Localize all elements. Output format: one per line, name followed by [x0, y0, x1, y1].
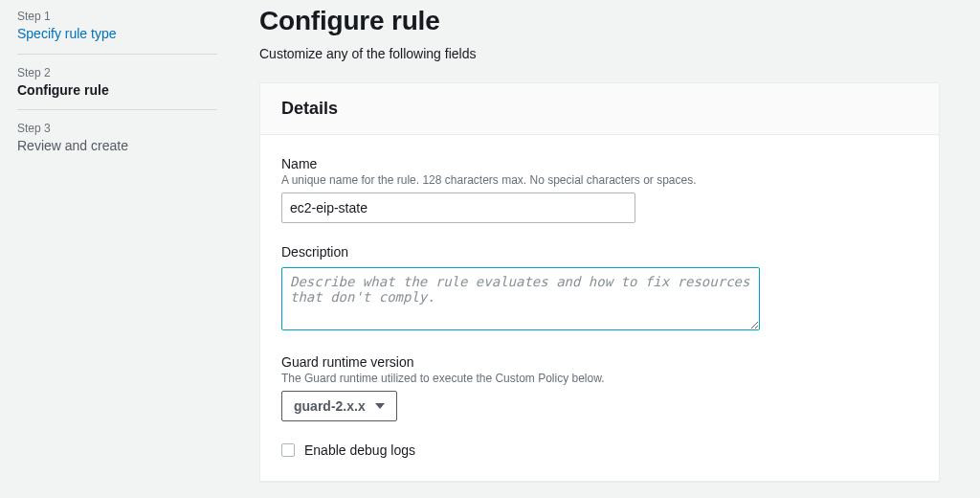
field-runtime: Guard runtime version The Guard runtime … [281, 354, 918, 421]
step-title-configure-rule: Configure rule [17, 81, 217, 101]
debug-logs-checkbox[interactable] [281, 443, 295, 457]
page-title: Configure rule [259, 6, 940, 36]
step-number: Step 1 [17, 10, 217, 23]
step-number: Step 3 [17, 122, 217, 135]
step-number: Step 2 [17, 66, 217, 79]
caret-down-icon [375, 403, 385, 409]
field-description: Description [281, 244, 918, 333]
wizard-step-3: Step 3 Review and create [17, 122, 217, 166]
runtime-selected-value: guard-2.x.x [294, 398, 366, 414]
runtime-label: Guard runtime version [281, 354, 918, 370]
step-title-specify-rule-type[interactable]: Specify rule type [17, 25, 217, 44]
name-help: A unique name for the rule. 128 characte… [281, 173, 918, 187]
main-content: Configure rule Customize any of the foll… [234, 0, 980, 498]
debug-logs-label: Enable debug logs [304, 442, 415, 458]
description-textarea[interactable] [281, 267, 760, 330]
details-section-title: Details [281, 99, 918, 119]
details-card-header: Details [260, 83, 939, 135]
field-name: Name A unique name for the rule. 128 cha… [281, 156, 918, 223]
details-card: Details Name A unique name for the rule.… [259, 82, 940, 482]
step-title-review-and-create: Review and create [17, 137, 217, 156]
wizard-step-1[interactable]: Step 1 Specify rule type [17, 10, 217, 55]
runtime-select[interactable]: guard-2.x.x [281, 391, 397, 421]
name-label: Name [281, 156, 918, 171]
runtime-help: The Guard runtime utilized to execute th… [281, 372, 918, 385]
description-label: Description [281, 244, 918, 260]
wizard-steps-sidebar: Step 1 Specify rule type Step 2 Configur… [0, 0, 234, 498]
field-debug-logs: Enable debug logs [281, 442, 918, 458]
wizard-step-2: Step 2 Configure rule [17, 66, 217, 111]
name-input[interactable] [281, 192, 635, 223]
page-subtitle: Customize any of the following fields [259, 46, 940, 61]
